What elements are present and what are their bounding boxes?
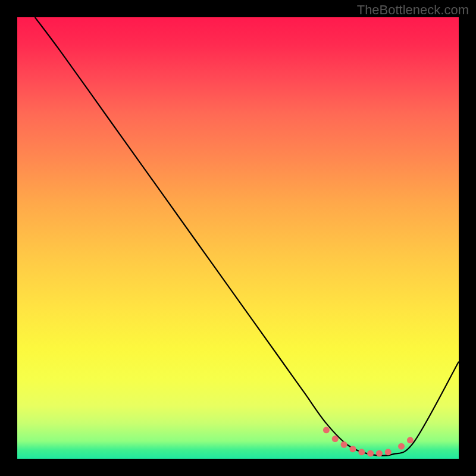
highlight-dot	[332, 436, 339, 442]
highlight-dot	[367, 450, 374, 457]
highlight-dot	[341, 441, 347, 448]
highlight-dot	[385, 449, 392, 455]
highlight-dot	[376, 450, 383, 457]
plot-area	[17, 17, 459, 459]
highlight-dot	[358, 449, 365, 455]
chart-svg	[17, 17, 459, 459]
watermark-text: TheBottleneck.com	[357, 2, 469, 18]
highlight-dot	[349, 446, 356, 452]
highlight-dot	[323, 427, 330, 433]
bottleneck-curve-line	[35, 17, 459, 456]
optimal-range-dots	[323, 427, 414, 456]
highlight-dot	[407, 437, 414, 443]
highlight-dot	[398, 443, 405, 450]
